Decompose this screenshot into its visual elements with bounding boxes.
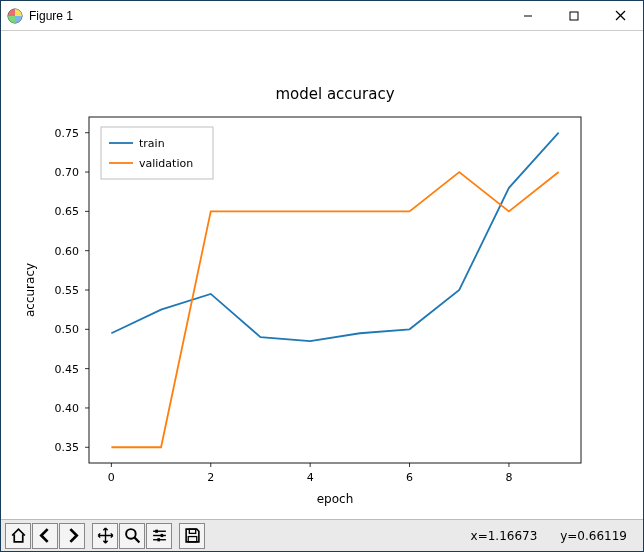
ytick-label: 0.65 bbox=[55, 205, 80, 218]
close-button[interactable] bbox=[597, 1, 643, 31]
xtick-label: 2 bbox=[207, 471, 214, 484]
legend-label: train bbox=[139, 137, 165, 150]
xtick-label: 4 bbox=[307, 471, 314, 484]
cursor-coords: x=1.16673 y=0.66119 bbox=[471, 529, 639, 543]
svg-line-6 bbox=[134, 538, 139, 543]
ytick-label: 0.55 bbox=[55, 284, 80, 297]
window-title: Figure 1 bbox=[29, 9, 505, 23]
home-button[interactable] bbox=[5, 523, 31, 549]
ytick-label: 0.70 bbox=[55, 166, 80, 179]
app-icon bbox=[7, 8, 23, 24]
titlebar: Figure 1 bbox=[1, 1, 643, 31]
xlabel: epoch bbox=[317, 492, 354, 506]
chart-svg: model accuracy02468epoch0.350.400.450.50… bbox=[1, 31, 643, 519]
ytick-label: 0.40 bbox=[55, 402, 80, 415]
series-validation bbox=[111, 172, 558, 447]
svg-rect-2 bbox=[570, 12, 578, 20]
ytick-label: 0.35 bbox=[55, 441, 80, 454]
ylabel: accuracy bbox=[23, 263, 37, 317]
ytick-label: 0.45 bbox=[55, 363, 80, 376]
forward-button[interactable] bbox=[59, 523, 85, 549]
xtick-label: 6 bbox=[406, 471, 413, 484]
zoom-button[interactable] bbox=[119, 523, 145, 549]
plot-area[interactable]: model accuracy02468epoch0.350.400.450.50… bbox=[1, 31, 643, 519]
save-button[interactable] bbox=[179, 523, 205, 549]
legend-label: validation bbox=[139, 157, 193, 170]
ytick-label: 0.50 bbox=[55, 323, 80, 336]
svg-rect-12 bbox=[157, 538, 160, 541]
xtick-label: 0 bbox=[108, 471, 115, 484]
figure-window: Figure 1 model accuracy02468epoch0.350.4… bbox=[0, 0, 644, 552]
svg-rect-8 bbox=[155, 530, 158, 533]
xtick-label: 8 bbox=[505, 471, 512, 484]
legend-box bbox=[101, 127, 213, 179]
back-button[interactable] bbox=[32, 523, 58, 549]
maximize-button[interactable] bbox=[551, 1, 597, 31]
minimize-button[interactable] bbox=[505, 1, 551, 31]
svg-rect-10 bbox=[160, 534, 163, 537]
ytick-label: 0.60 bbox=[55, 245, 80, 258]
ytick-label: 0.75 bbox=[55, 127, 80, 140]
chart-title: model accuracy bbox=[275, 85, 394, 103]
configure-subplots-button[interactable] bbox=[146, 523, 172, 549]
nav-toolbar: x=1.16673 y=0.66119 bbox=[1, 519, 643, 551]
svg-point-5 bbox=[126, 529, 136, 539]
pan-button[interactable] bbox=[92, 523, 118, 549]
